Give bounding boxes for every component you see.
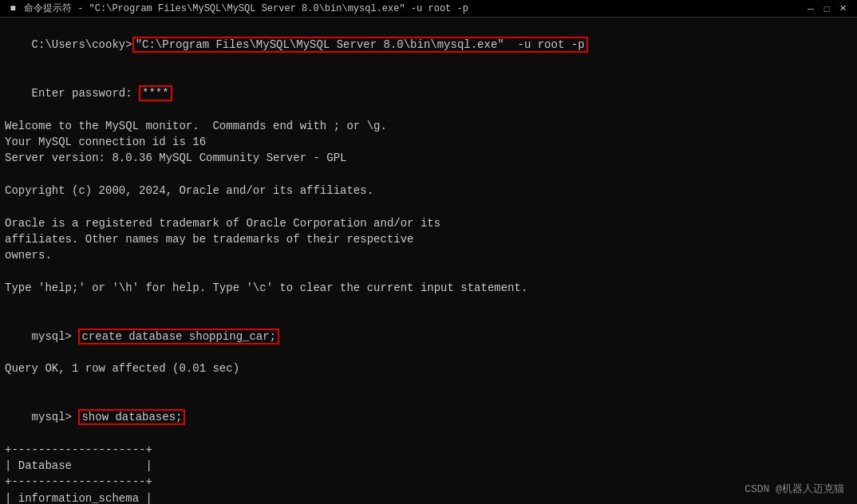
title-bar-text: 命令提示符 - "C:\Program Files\MySQL\MySQL Se… (24, 2, 803, 15)
create-cmd-highlight: create database shopping_car; (78, 329, 279, 345)
minimize-button[interactable]: ─ (803, 1, 819, 17)
show-cmd-line: mysql> show databases; (5, 393, 852, 442)
mysql-prompt-2: mysql> (32, 411, 79, 423)
watermark: CSDN @机器人迈克猫 (744, 482, 844, 496)
db-row-1: | information_schema | (5, 490, 852, 504)
blank5 (5, 377, 852, 393)
table-sep: +--------------------+ (5, 474, 852, 490)
title-bar-icon: ■ (6, 2, 19, 15)
copyright-line: Copyright (c) 2000, 2024, Oracle and/or … (5, 183, 852, 199)
password-label: Enter password: (32, 87, 139, 100)
oracle-line3: owners. (5, 247, 852, 263)
blank1 (5, 167, 852, 183)
table-top: +--------------------+ (5, 442, 852, 458)
create-cmd-line: mysql> create database shopping_car; (5, 312, 852, 360)
version-line: Server version: 8.0.36 MySQL Community S… (5, 150, 852, 166)
oracle-line1: Oracle is a registered trademark of Orac… (5, 215, 852, 231)
show-cmd-highlight: show databases; (78, 409, 185, 425)
close-button[interactable]: ✕ (835, 1, 851, 17)
connection-line: Your MySQL connection id is 16 (5, 134, 852, 150)
blank3 (5, 263, 852, 279)
query-ok-line: Query OK, 1 row affected (0.01 sec) (5, 360, 852, 376)
help-line: Type 'help;' or '\h' for help. Type '\c'… (5, 280, 852, 296)
password-value: **** (139, 85, 172, 101)
password-line: Enter password: **** (5, 69, 852, 118)
path-prefix: C:\Users\cooky> (32, 38, 132, 51)
terminal-body: C:\Users\cooky>"C:\Program Files\MySQL\M… (0, 18, 857, 504)
title-bar: ■ 命令提示符 - "C:\Program Files\MySQL\MySQL … (0, 0, 857, 18)
title-bar-controls: ─ □ ✕ (803, 1, 851, 17)
mysql-command-highlight: "C:\Program Files\MySQL\MySQL Server 8.0… (132, 37, 588, 53)
mysql-prompt-1: mysql> (32, 330, 79, 343)
oracle-line2: affiliates. Other names may be trademark… (5, 231, 852, 247)
welcome-line: Welcome to the MySQL monitor. Commands e… (5, 118, 852, 134)
blank2 (5, 199, 852, 215)
blank4 (5, 296, 852, 312)
path-line: C:\Users\cooky>"C:\Program Files\MySQL\M… (5, 21, 852, 69)
table-header: | Database | (5, 458, 852, 474)
maximize-button[interactable]: □ (819, 1, 835, 17)
